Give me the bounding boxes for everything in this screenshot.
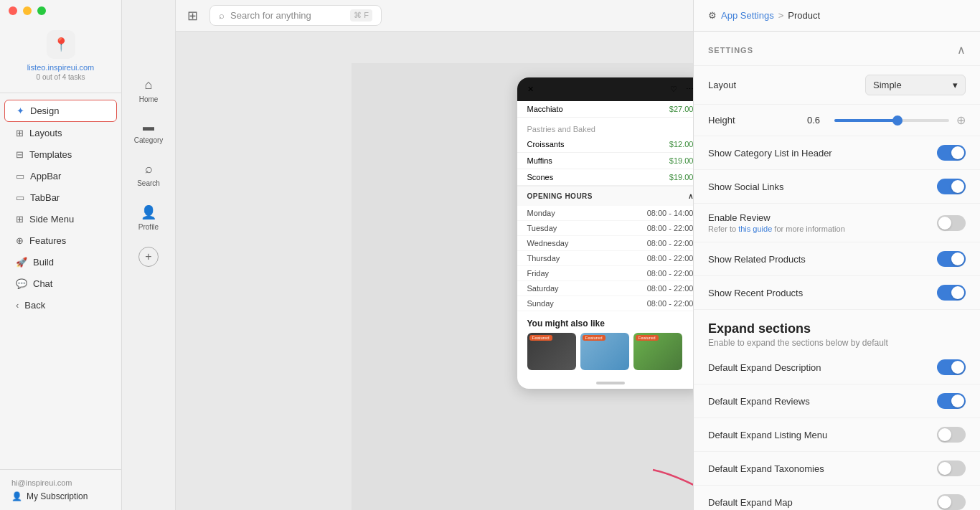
menu-item-muffins: Muffins $19.00 — [517, 153, 704, 169]
sidebar-item-label: TabBar — [30, 192, 60, 203]
toggle-expand-reviews: Default Expand Reviews — [694, 384, 980, 418]
hours-saturday: Saturday 08:00 - 22:00 — [517, 281, 704, 296]
toggle-expand-listing-switch[interactable] — [937, 427, 966, 443]
item-name: Macchiato — [527, 105, 563, 113]
layout-value: Simple — [873, 80, 902, 90]
sidebar-item-layouts[interactable]: ⊞ Layouts — [4, 123, 117, 143]
sidebar-item-design[interactable]: ✦ Design — [4, 100, 117, 122]
sidebar-item-label: Side Menu — [29, 214, 74, 225]
breadcrumb-bar: ⚙ App Settings > Product — [693, 0, 980, 32]
sidebar-item-back[interactable]: ‹ Back — [4, 295, 117, 316]
search-input[interactable]: Search for anything — [230, 10, 311, 21]
search-nav-icon: ⌕ — [145, 161, 153, 176]
toggle-show-social-switch[interactable] — [937, 179, 966, 194]
featured-badge-1: Featured — [529, 335, 552, 341]
layouts-icon: ⊞ — [16, 128, 24, 138]
minimize-button[interactable] — [23, 6, 32, 15]
heart-icon[interactable]: ♡ — [670, 85, 677, 94]
sidebar-item-build[interactable]: 🚀 Build — [4, 252, 117, 273]
opening-hours-header[interactable]: OPENING HOURS ∧ — [517, 186, 704, 206]
more-icon[interactable]: ⋯ — [686, 85, 694, 94]
reset-icon[interactable]: ⊕ — [956, 113, 966, 127]
phone-header: ✕ ♡ ⋯ — [517, 77, 704, 101]
hours-value: 08:00 - 14:00 — [647, 209, 694, 217]
design-icon: ✦ — [17, 105, 24, 116]
chevron-down-icon: ▾ — [953, 80, 958, 90]
subscription-link[interactable]: 👤 My Subscription — [11, 491, 110, 501]
toggle-knob — [951, 180, 964, 193]
thumb-item-2: Featured — [580, 333, 629, 370]
toggle-enable-review: Enable Review Refer to this guide for mo… — [694, 204, 980, 242]
toggle-knob — [938, 496, 951, 509]
sidebar-item-label: Back — [24, 300, 45, 311]
height-control: 0.6 ⊕ — [807, 113, 966, 127]
sidebar-item-appbar[interactable]: ▭ AppBar — [4, 166, 117, 186]
hours-sunday: Sunday 08:00 - 22:00 — [517, 296, 704, 311]
height-label: Height — [708, 115, 735, 126]
close-button[interactable] — [9, 6, 17, 15]
guide-link[interactable]: this guide — [738, 225, 772, 233]
toggle-show-recent-switch[interactable] — [937, 285, 966, 301]
nav-search[interactable]: ⌕ Search — [127, 154, 170, 194]
sidebar-logo: 📍 listeo.inspireui.com 0 out of 4 tasks — [0, 22, 121, 93]
sidebar-item-features[interactable]: ⊕ Features — [4, 230, 117, 251]
hours-value: 08:00 - 22:00 — [647, 224, 694, 232]
expand-subtitle: Enable to expand the sections below by d… — [708, 338, 966, 348]
sidebar: 📍 listeo.inspireui.com 0 out of 4 tasks … — [0, 0, 122, 510]
sidebar-item-label: Build — [33, 257, 54, 268]
recommendations-title: You might also like — [517, 311, 704, 333]
maximize-button[interactable] — [37, 6, 46, 15]
menu-item-croissants: Croissants $12.00 — [517, 136, 704, 153]
toggle-expand-map-switch[interactable] — [937, 494, 966, 510]
sidebar-footer: hi@inspireui.com 👤 My Subscription — [0, 469, 121, 510]
toggle-show-recent: Show Recent Products — [694, 276, 980, 310]
sidebar-nav: ✦ Design ⊞ Layouts ⊟ Templates ▭ AppBar … — [0, 93, 121, 469]
sidebar-item-label: Design — [30, 105, 59, 116]
settings-layout-row: Layout Simple ▾ — [694, 66, 980, 105]
toggle-expand-reviews-switch[interactable] — [937, 393, 966, 409]
sidebar-item-templates[interactable]: ⊟ Templates — [4, 144, 117, 165]
toggle-enable-review-switch[interactable] — [937, 215, 966, 231]
nav-home[interactable]: ⌂ Home — [127, 70, 170, 110]
collapse-settings-button[interactable]: ∧ — [957, 43, 966, 57]
toggle-expand-taxonomies-switch[interactable] — [937, 461, 966, 476]
toggle-knob — [951, 146, 964, 159]
settings-title: SETTINGS — [708, 46, 753, 55]
expand-sections-heading: Expand sections Enable to expand the sec… — [694, 310, 980, 351]
toggle-knob — [938, 217, 951, 230]
sidebar-item-label: Chat — [33, 278, 52, 289]
toggle-knob — [951, 361, 964, 374]
add-nav-item-button[interactable]: + — [138, 247, 159, 267]
sidebar-item-label: Layouts — [29, 128, 62, 138]
toggle-expand-taxonomies: Default Expand Taxonomies — [694, 452, 980, 486]
slider-thumb[interactable] — [892, 115, 903, 126]
hours-wednesday: Wednesday 08:00 - 22:00 — [517, 236, 704, 251]
item-name: Scones — [527, 173, 554, 181]
app-settings-link[interactable]: App Settings — [721, 10, 774, 21]
apps-grid-icon[interactable]: ⊞ — [187, 8, 198, 24]
layout-select[interactable]: Simple ▾ — [865, 75, 966, 95]
toggle-knob — [951, 286, 964, 299]
user-icon: 👤 — [11, 491, 22, 501]
scroll-indicator — [596, 382, 625, 384]
nav-profile[interactable]: 👤 Profile — [127, 197, 170, 238]
sidebar-item-tabbar[interactable]: ▭ TabBar — [4, 187, 117, 208]
settings-height-row: Height 0.6 ⊕ — [694, 105, 980, 136]
features-icon: ⊕ — [16, 235, 24, 246]
logo-url[interactable]: listeo.inspireui.com — [27, 63, 95, 72]
search-bar[interactable]: ⌕ Search for anything ⌘ F — [209, 5, 382, 26]
profile-icon: 👤 — [141, 204, 156, 220]
sidebar-item-label: Features — [29, 235, 66, 246]
chat-icon: 💬 — [16, 278, 27, 289]
opening-hours-label: OPENING HOURS — [527, 192, 593, 200]
phone-close-icon[interactable]: ✕ — [527, 85, 534, 94]
sidebar-item-chat[interactable]: 💬 Chat — [4, 273, 117, 294]
toggle-show-category-switch[interactable] — [937, 145, 966, 161]
tabbar-icon: ▭ — [16, 192, 24, 203]
nav-category[interactable]: ▬ Category — [127, 113, 170, 151]
toggle-show-related-switch[interactable] — [937, 251, 966, 267]
toggle-expand-desc-switch[interactable] — [937, 359, 966, 375]
sidebar-item-sidemenu[interactable]: ⊞ Side Menu — [4, 209, 117, 230]
height-slider[interactable] — [834, 119, 949, 122]
item-price: $19.00 — [669, 173, 694, 181]
